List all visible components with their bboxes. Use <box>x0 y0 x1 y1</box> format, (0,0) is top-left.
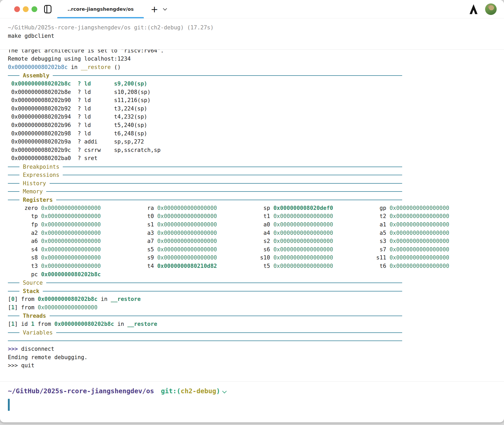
register-cell: a0 0x0000000000000000 <box>240 221 356 229</box>
text-cursor <box>8 399 10 411</box>
register-label: pc <box>8 270 38 279</box>
text-segment: ] from <box>14 304 38 311</box>
assembly-line: 0x0000000080202b96 ? ld t5,240(sp) <box>8 121 496 130</box>
sidebar-toggle-icon[interactable] <box>44 5 51 13</box>
clipped-line: The target architecture is set to "riscv… <box>8 50 496 55</box>
registers-row: pc 0x0000000080202b8c <box>8 270 496 279</box>
terminal-line: >>> quit <box>8 362 496 370</box>
divider-line <box>46 191 402 192</box>
divider-line <box>8 75 19 76</box>
text-segment: from <box>34 321 54 327</box>
register-label: s3 <box>356 237 386 246</box>
section-divider: Breakpoints <box>8 163 402 171</box>
close-button[interactable] <box>14 6 20 12</box>
register-cell: a6 0x0000000000000000 <box>8 237 124 246</box>
assembly-line: 0x0000000080202b90 ? ld s11,216(sp) <box>8 96 496 105</box>
tab-active[interactable]: ..rcore-jiangshengdev/os <box>57 0 144 18</box>
register-cell: pc 0x0000000080202b8c <box>8 270 124 279</box>
text-segment: The target architecture is set to "riscv… <box>8 50 164 54</box>
prompt-path: ~/GitHub/2025s-rcore-jiangshengdev/os <box>8 387 154 395</box>
chevron-down-icon[interactable] <box>222 389 227 393</box>
register-value: 0x0000000000000000 <box>41 263 101 269</box>
input-prompt: ~/GitHub/2025s-rcore-jiangshengdev/osgit… <box>8 387 496 395</box>
register-value: 0x0000000000000000 <box>41 230 101 236</box>
divider-line <box>56 200 402 200</box>
register-value: 0x0000000000000000 <box>390 246 449 253</box>
assembly-line: 0x0000000080202b92 ? ld t3,224(sp) <box>8 105 496 113</box>
register-label: t3 <box>8 262 38 270</box>
register-label: gp <box>356 204 386 212</box>
section-title: History <box>23 180 46 187</box>
section-title: Memory <box>23 188 43 195</box>
register-value: 0x0000000000000000 <box>390 205 449 211</box>
register-value: 0x000000008020def0 <box>273 205 333 211</box>
text-segment: 1 <box>11 321 15 327</box>
registers-row: a6 0x0000000000000000a7 0x00000000000000… <box>8 237 496 246</box>
assembly-line: 0x0000000080202b9a ? addi sp,sp,272 <box>8 138 496 146</box>
register-value: 0x0000000000000000 <box>41 238 101 244</box>
register-label: t6 <box>356 262 386 270</box>
register-value: 0x0000000000000000 <box>41 205 101 211</box>
register-value: 0x0000000000000000 <box>41 254 101 261</box>
text-segment: 0 <box>11 296 15 302</box>
divider-line <box>8 291 19 291</box>
section-title: Expressions <box>23 172 59 178</box>
register-value: 0x0000000000000000 <box>157 213 217 219</box>
register-cell: t0 0x0000000000000000 <box>124 212 240 221</box>
register-cell: zero 0x0000000000000000 <box>8 204 124 212</box>
terminal-line: >>> disconnect <box>8 345 496 353</box>
divider-line <box>63 175 402 175</box>
register-label: s6 <box>240 246 270 254</box>
section-title: Variables <box>23 330 53 336</box>
text-segment: 1 <box>11 304 15 311</box>
git-suffix: ) <box>216 387 220 395</box>
register-value: 0x0000000000000000 <box>273 254 333 261</box>
section-title: Breakpoints <box>23 164 59 170</box>
git-segment: git:(ch2-debug) <box>161 387 220 395</box>
registers-row: tp 0x0000000000000000t0 0x00000000000000… <box>8 212 496 221</box>
register-value: 0x0000000000000000 <box>390 254 449 261</box>
register-cell: tp 0x0000000000000000 <box>8 212 124 221</box>
divider-line <box>50 316 402 316</box>
section-title: Assembly <box>23 72 49 79</box>
register-cell: a7 0x0000000000000000 <box>124 237 240 246</box>
zoom-button[interactable] <box>32 6 37 12</box>
new-tab-button[interactable]: + <box>151 5 158 14</box>
text-segment: in <box>114 321 128 327</box>
section-divider: Registers <box>8 196 402 204</box>
registers-row: s4 0x0000000000000000s5 0x00000000000000… <box>8 246 496 254</box>
register-value: 0x0000000000000000 <box>157 254 217 261</box>
register-value: 0x0000000000000000 <box>41 213 101 219</box>
register-label: a7 <box>124 237 154 246</box>
assembly-line: 0x0000000080202b98 ? ld t6,248(sp) <box>8 130 496 138</box>
terminal-window: ..rcore-jiangshengdev/os + ~/GitHub/2025… <box>0 0 504 422</box>
register-label: ra <box>124 204 154 212</box>
divider-line <box>46 283 402 283</box>
register-label: s2 <box>240 237 270 246</box>
avatar[interactable] <box>485 3 497 15</box>
git-prefix: git:( <box>161 387 181 395</box>
register-label: s5 <box>124 246 154 254</box>
text-segment: 0x0000000080202b8c <box>8 64 68 70</box>
minimize-button[interactable] <box>23 6 29 12</box>
register-label: a6 <box>8 237 38 246</box>
chevron-down-icon[interactable] <box>163 7 167 11</box>
text-segment: Remote debugging using localhost:1234 <box>8 56 131 62</box>
register-value: 0x0000000080210d82 <box>157 263 217 269</box>
section-divider: Variables <box>8 328 402 337</box>
section-title: Threads <box>23 313 46 319</box>
register-cell: s11 0x0000000000000000 <box>356 254 473 262</box>
register-value: 0x0000000000000000 <box>390 238 449 244</box>
divider-line <box>8 332 19 333</box>
register-label: s8 <box>8 254 38 262</box>
terminal-line: The target architecture is set to "riscv… <box>8 50 164 55</box>
register-cell: s4 0x0000000000000000 <box>8 246 124 254</box>
warp-logo-icon[interactable] <box>469 4 478 15</box>
divider-line <box>8 200 19 200</box>
register-cell: a5 0x0000000000000000 <box>356 229 473 237</box>
divider-line <box>53 75 402 76</box>
text-segment: Ending remote debugging. <box>8 354 87 360</box>
register-label: s7 <box>356 246 386 254</box>
input-block[interactable]: ~/GitHub/2025s-rcore-jiangshengdev/osgit… <box>0 382 504 411</box>
previous-prompt-line: ~/GitHub/2025s-rcore-jiangshengdev/os gi… <box>8 24 496 32</box>
